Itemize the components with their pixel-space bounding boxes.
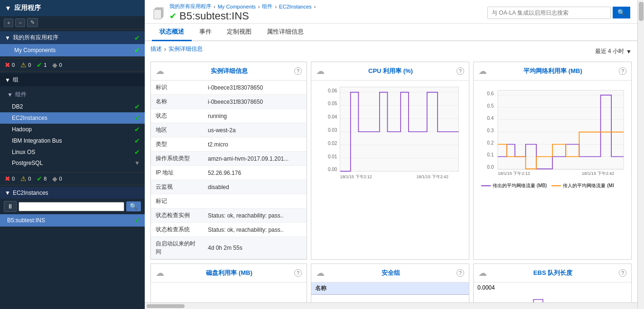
status-green-1[interactable]: ✔ 1 <box>37 61 47 69</box>
detail-label: 名称 <box>151 95 203 109</box>
breadcrumb-my-apps[interactable]: 我的所有应用程序 <box>169 3 211 10</box>
yellow-count-2: 0 <box>28 176 31 182</box>
cpu-header: ☁ CPU 利用率 (%) ? <box>311 62 469 81</box>
network-svg: 0.6 0.5 0.4 0.3 0.2 0.1 0.0 <box>477 84 627 179</box>
status-grey-2[interactable]: ◆ 0 <box>52 175 62 182</box>
security-help[interactable]: ? <box>457 269 464 277</box>
legend-purple-dot <box>481 185 491 186</box>
log-search-button[interactable]: 🔍 <box>613 7 630 18</box>
table-row: 类型t2.micro <box>151 137 307 152</box>
legend-orange-dot <box>551 185 561 186</box>
status-grey-1[interactable]: ◆ 0 <box>52 61 62 69</box>
disk-help[interactable]: ? <box>294 269 302 277</box>
details-table: 标识i-0beece31f83078650名称i-0beece31f830786… <box>151 81 307 259</box>
green-count-2: 8 <box>44 176 47 182</box>
security-header: ☁ 安全组 ? <box>311 264 469 282</box>
tab-custom-view[interactable]: 定制视图 <box>219 24 259 41</box>
breadcrumb-components[interactable]: 组件 <box>262 3 272 10</box>
add-button[interactable]: + <box>4 18 13 27</box>
ec2-collapse-icon: ▼ <box>5 190 10 196</box>
detail-label: 状态 <box>151 109 203 123</box>
search-button[interactable]: 🔍 <box>126 201 141 211</box>
my-apps-section: ▼ 我的所有应用程序 ✔ My Components ✔ <box>0 29 145 58</box>
cpu-help[interactable]: ? <box>457 67 464 75</box>
sidebar-item-b5[interactable]: B5:subtest:INS ✔ <box>0 214 145 227</box>
sidebar-item-ibm[interactable]: IBM Integration Bus ✔ <box>0 135 145 146</box>
svg-text:0.04: 0.04 <box>328 114 337 119</box>
instance-details-help[interactable]: ? <box>294 67 302 75</box>
sidebar-header-icon: ▼ <box>5 4 11 12</box>
status-green-2[interactable]: ✔ 8 <box>37 175 47 182</box>
components-subsection-header[interactable]: ▼ 组件 <box>0 88 145 101</box>
vertical-scrollbar[interactable] <box>637 0 644 309</box>
detail-label: 标识 <box>151 81 203 95</box>
status-yellow-1[interactable]: ⚠ 0 <box>20 61 31 69</box>
my-apps-label: 我的所有应用程序 <box>13 34 58 42</box>
table-row: 操作系统类型amzn-ami-hvm-2017.09.1.201... <box>151 152 307 166</box>
yellow-icon-2: ⚠ <box>20 175 27 182</box>
status-red-2[interactable]: ✖ 0 <box>5 175 15 182</box>
cpu-title: CPU 利用率 (%) <box>327 67 454 75</box>
detail-value: us-west-2a <box>203 123 307 137</box>
pause-button[interactable]: ⏸ <box>4 201 17 212</box>
sidebar: ▼ 应用程序 + − ✎ ▼ 我的所有应用程序 ✔ My Components … <box>0 0 145 309</box>
status-yellow-2[interactable]: ⚠ 0 <box>20 175 31 182</box>
table-row: 云监视disabled <box>151 180 307 194</box>
status-red-1[interactable]: ✖ 0 <box>5 61 15 69</box>
sidebar-item-ec2instances[interactable]: EC2Instances ✔ <box>0 112 145 124</box>
svg-text:18/1/15 下午2:42: 18/1/15 下午2:42 <box>417 174 448 179</box>
network-title: 平均网络利用率 (MB) <box>490 67 616 75</box>
table-row: 状态检查实例Status: ok, reachability: pass.. <box>151 209 307 223</box>
ebs-svg <box>477 295 627 302</box>
svg-text:0.1: 0.1 <box>487 152 494 157</box>
legend-orange-label: 传人的平均网络流量 (MI <box>563 182 614 189</box>
tab-status[interactable]: 状态概述 <box>152 24 192 41</box>
ebs-help[interactable]: ? <box>619 269 626 277</box>
sidebar-header[interactable]: ▼ 应用程序 <box>0 0 145 16</box>
ec2-section-header[interactable]: ▼ EC2Instances <box>0 187 145 199</box>
sidebar-search: ⏸ 🔍 <box>0 199 145 214</box>
security-icon: ☁ <box>316 268 325 278</box>
remove-button[interactable]: − <box>15 18 25 27</box>
network-legend: 传出的平均网络流量 (MB) 传人的平均网络流量 (MI <box>477 181 627 191</box>
svg-text:0.2: 0.2 <box>487 140 494 145</box>
tab-events[interactable]: 事件 <box>192 24 219 41</box>
sidebar-item-hadoop[interactable]: Hadoop ✔ <box>0 124 145 135</box>
main-content: 我的所有应用程序 › My Components › 组件 › EC2Insta… <box>145 0 637 309</box>
svg-text:0.0: 0.0 <box>487 164 494 170</box>
log-search-input[interactable] <box>487 7 611 19</box>
sidebar-item-linux[interactable]: Linux OS ✔ <box>0 146 145 158</box>
detail-label: 云监视 <box>151 180 203 194</box>
edit-button[interactable]: ✎ <box>27 18 38 27</box>
detail-value <box>203 194 307 209</box>
tab-properties[interactable]: 属性详细信息 <box>259 24 311 41</box>
linux-label: Linux OS <box>12 149 35 155</box>
ebs-value-text: 0.0004 <box>477 284 495 291</box>
sub-breadcrumb-describe[interactable]: 描述 <box>150 45 162 53</box>
groups-header[interactable]: ▼ 组 <box>0 73 145 86</box>
cpu-chart-area: 0.06 0.05 0.04 0.03 0.02 0.01 0.00 <box>311 81 469 184</box>
detail-label: 类型 <box>151 137 203 152</box>
breadcrumb-ec2instances[interactable]: EC2Instances <box>279 4 311 9</box>
security-title: 安全组 <box>327 269 454 277</box>
ec2-section-label: EC2Instances <box>13 190 48 196</box>
breadcrumb-my-components[interactable]: My Components <box>218 4 256 9</box>
horizontal-scrollbar[interactable] <box>145 302 637 309</box>
search-input[interactable] <box>19 202 124 211</box>
breadcrumb: 我的所有应用程序 › My Components › 组件 › EC2Insta… <box>169 3 316 10</box>
detail-value: disabled <box>203 180 307 194</box>
green-icon-2: ✔ <box>37 175 42 182</box>
yellow-icon-1: ⚠ <box>20 61 27 69</box>
disk-chart-area <box>151 282 307 302</box>
page-icon <box>152 5 167 20</box>
sidebar-item-postgresql[interactable]: PostgreSQL ▼ <box>0 158 145 168</box>
security-data-area <box>311 295 469 302</box>
my-components-check: ✔ <box>134 46 140 54</box>
sidebar-item-db2[interactable]: DB2 ✔ <box>0 101 145 112</box>
table-row: 地区us-west-2a <box>151 123 307 137</box>
green-count-1: 1 <box>44 62 47 68</box>
my-apps-header[interactable]: ▼ 我的所有应用程序 ✔ <box>0 31 145 44</box>
network-help[interactable]: ? <box>619 67 626 75</box>
sidebar-item-my-components[interactable]: My Components ✔ <box>0 44 145 56</box>
time-filter[interactable]: 最近 4 小时 ▼ <box>595 47 632 55</box>
